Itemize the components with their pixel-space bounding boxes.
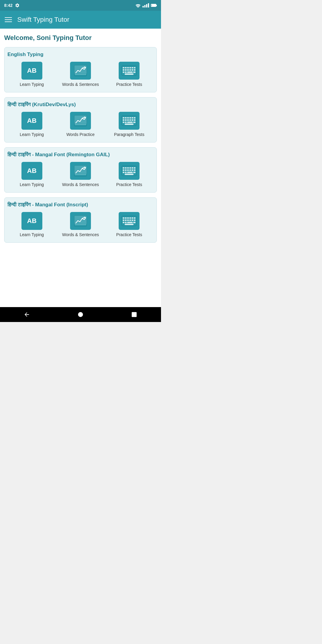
svg-rect-75 bbox=[132, 217, 134, 219]
svg-rect-34 bbox=[125, 119, 127, 121]
svg-rect-73 bbox=[127, 217, 129, 219]
bottom-nav bbox=[0, 307, 161, 322]
icon-label-hindi-mangal-remington-words-sentences: Words & Sentences bbox=[62, 182, 99, 187]
icon-label-hindi-mangal-remington-practice-tests: Practice Tests bbox=[116, 182, 142, 187]
icon-item-hindi-mangal-remington-words-sentences[interactable]: Words & Sentences bbox=[58, 162, 102, 187]
svg-rect-79 bbox=[127, 219, 129, 221]
svg-rect-84 bbox=[125, 222, 127, 223]
svg-rect-16 bbox=[134, 69, 136, 71]
icon-item-english-learn[interactable]: AB Learn Typing bbox=[10, 62, 54, 87]
svg-rect-15 bbox=[132, 69, 134, 71]
icon-label-hindi-mangal-inscript-learn: Learn Typing bbox=[20, 232, 44, 237]
icon-label-hindi-mangal-remington-learn: Learn Typing bbox=[20, 182, 44, 187]
keyboard-icon bbox=[119, 112, 140, 130]
svg-rect-89 bbox=[132, 312, 137, 317]
svg-rect-36 bbox=[129, 119, 131, 121]
svg-rect-74 bbox=[129, 217, 131, 219]
ab-icon: AB bbox=[21, 112, 42, 130]
svg-rect-35 bbox=[127, 119, 129, 121]
svg-rect-6 bbox=[125, 67, 127, 69]
icon-item-hindi-mangal-inscript-learn[interactable]: AB Learn Typing bbox=[10, 212, 54, 237]
section-hindi-krutidev: हिन्दी टाइपिंग (KrutiDev/DevLys) AB Lear… bbox=[4, 97, 157, 143]
svg-rect-61 bbox=[123, 172, 125, 173]
svg-rect-83 bbox=[123, 222, 125, 223]
welcome-heading: Welcome, Soni Typing Tutor bbox=[4, 34, 157, 42]
icon-item-hindi-krutidev-learn[interactable]: AB Learn Typing bbox=[10, 112, 54, 137]
svg-rect-49 bbox=[123, 167, 125, 169]
svg-rect-38 bbox=[134, 119, 136, 121]
back-button[interactable] bbox=[24, 311, 30, 318]
icon-label-hindi-mangal-inscript-practice-tests: Practice Tests bbox=[116, 232, 142, 237]
svg-rect-5 bbox=[123, 67, 125, 69]
keyboard-icon bbox=[119, 62, 140, 80]
svg-rect-40 bbox=[125, 122, 127, 123]
svg-rect-20 bbox=[133, 72, 135, 73]
svg-rect-60 bbox=[134, 169, 136, 171]
svg-rect-59 bbox=[132, 169, 134, 171]
svg-rect-28 bbox=[125, 117, 127, 119]
svg-rect-33 bbox=[123, 119, 125, 121]
svg-rect-17 bbox=[123, 72, 125, 73]
chart-icon bbox=[70, 162, 91, 180]
status-bar: 8:42 bbox=[0, 0, 161, 11]
icon-item-hindi-krutidev-words-practice[interactable]: Words Practice bbox=[58, 112, 102, 137]
svg-rect-78 bbox=[125, 219, 127, 221]
svg-rect-82 bbox=[134, 219, 136, 221]
icon-item-english-practice-tests[interactable]: Practice Tests bbox=[107, 62, 151, 87]
svg-point-88 bbox=[78, 312, 83, 317]
svg-rect-50 bbox=[125, 167, 127, 169]
svg-rect-71 bbox=[123, 217, 125, 219]
svg-rect-62 bbox=[125, 172, 127, 173]
home-button[interactable] bbox=[77, 311, 84, 318]
section-hindi-mangal-inscript: हिन्दी टाइपिंग - Mangal Font (Inscript) … bbox=[4, 197, 157, 243]
icon-label-english-learn: Learn Typing bbox=[20, 82, 44, 87]
chart-icon bbox=[70, 62, 91, 80]
svg-rect-30 bbox=[129, 117, 131, 119]
svg-rect-32 bbox=[134, 117, 136, 119]
chart-icon bbox=[70, 212, 91, 230]
keyboard-icon bbox=[119, 212, 140, 230]
icon-label-hindi-krutidev-paragraph-tests: Paragraph Tests bbox=[114, 132, 144, 137]
svg-rect-12 bbox=[125, 69, 127, 71]
svg-rect-57 bbox=[127, 169, 129, 171]
chart-icon bbox=[70, 112, 91, 130]
icon-label-hindi-krutidev-words-practice: Words Practice bbox=[66, 132, 95, 137]
svg-rect-10 bbox=[134, 67, 136, 69]
svg-rect-39 bbox=[123, 122, 125, 123]
recent-button[interactable] bbox=[131, 311, 137, 318]
gear-icon bbox=[15, 3, 20, 8]
svg-rect-81 bbox=[132, 219, 134, 221]
svg-rect-9 bbox=[132, 67, 134, 69]
svg-rect-21 bbox=[125, 73, 134, 75]
svg-rect-53 bbox=[132, 167, 134, 169]
icon-label-hindi-mangal-inscript-words-sentences: Words & Sentences bbox=[62, 232, 99, 237]
icon-item-hindi-mangal-inscript-words-sentences[interactable]: Words & Sentences bbox=[58, 212, 102, 237]
icon-label-english-practice-tests: Practice Tests bbox=[116, 82, 142, 87]
ab-icon: AB bbox=[21, 162, 42, 180]
section-title-english: English Typing bbox=[7, 52, 154, 58]
menu-button[interactable] bbox=[5, 17, 12, 22]
svg-rect-11 bbox=[123, 69, 125, 71]
battery-icon bbox=[151, 4, 157, 7]
svg-rect-14 bbox=[129, 69, 131, 71]
svg-rect-85 bbox=[127, 222, 133, 223]
icon-item-hindi-krutidev-paragraph-tests[interactable]: Paragraph Tests bbox=[107, 112, 151, 137]
svg-rect-29 bbox=[127, 117, 129, 119]
time-display: 8:42 bbox=[4, 3, 13, 8]
icon-label-english-words-sentences: Words & Sentences bbox=[62, 82, 99, 87]
icon-item-english-words-sentences[interactable]: Words & Sentences bbox=[58, 62, 102, 87]
icon-item-hindi-mangal-inscript-practice-tests[interactable]: Practice Tests bbox=[107, 212, 151, 237]
svg-rect-7 bbox=[127, 67, 129, 69]
svg-rect-27 bbox=[123, 117, 125, 119]
section-english: English Typing AB Learn Typing Words & S… bbox=[4, 47, 157, 92]
svg-rect-13 bbox=[127, 69, 129, 71]
section-title-hindi-krutidev: हिन्दी टाइपिंग (KrutiDev/DevLys) bbox=[7, 102, 154, 108]
section-title-hindi-mangal-inscript: हिन्दी टाइपिंग - Mangal Font (Inscript) bbox=[7, 202, 154, 208]
svg-rect-63 bbox=[127, 172, 133, 173]
icon-item-hindi-mangal-remington-learn[interactable]: AB Learn Typing bbox=[10, 162, 54, 187]
icon-item-hindi-mangal-remington-practice-tests[interactable]: Practice Tests bbox=[107, 162, 151, 187]
svg-rect-42 bbox=[133, 122, 135, 123]
svg-rect-41 bbox=[127, 122, 133, 123]
svg-rect-56 bbox=[125, 169, 127, 171]
svg-rect-80 bbox=[129, 219, 131, 221]
